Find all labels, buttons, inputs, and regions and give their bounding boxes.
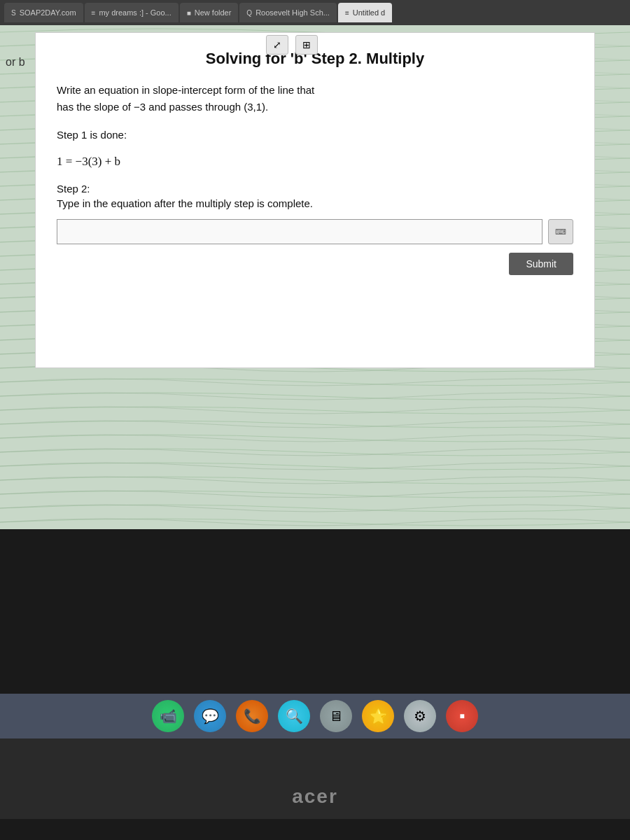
breadcrumb-partial: or b bbox=[0, 53, 31, 71]
tab-untitled[interactable]: ≡ Untitled d bbox=[338, 3, 392, 22]
step1-done-label: Step 1 is done: bbox=[57, 127, 573, 144]
tab-icon-soap: S bbox=[11, 9, 16, 17]
step2-section: Step 2: Type in the equation after the m… bbox=[57, 183, 573, 209]
taskbar: 📹 💬 📞 🔍 🖥 ⭐ ⚙ ■ bbox=[0, 694, 630, 738]
submit-button[interactable]: Submit bbox=[509, 253, 573, 275]
browser-tabs: S SOAP2DAY.com ≡ my dreams :] - Goo... ■… bbox=[0, 0, 630, 25]
taskbar-screen-icon[interactable]: 🖥 bbox=[320, 700, 352, 732]
tab-icon-dreams: ≡ bbox=[92, 9, 96, 17]
taskbar-video-icon[interactable]: 📹 bbox=[152, 700, 184, 732]
taskbar-phone-icon[interactable]: 📞 bbox=[236, 700, 268, 732]
grid-button[interactable]: ⊞ bbox=[295, 35, 318, 55]
expand-icon: ⤢ bbox=[273, 39, 281, 50]
taskbar-msg-icon[interactable]: 💬 bbox=[194, 700, 226, 732]
tab-dreams[interactable]: ≡ my dreams :] - Goo... bbox=[85, 3, 178, 22]
tab-icon-folder: ■ bbox=[187, 9, 191, 17]
acer-logo: acer bbox=[292, 785, 338, 808]
step2-label: Step 2: bbox=[57, 183, 573, 195]
expand-button[interactable]: ⤢ bbox=[266, 35, 288, 55]
taskbar-settings-icon[interactable]: ⚙ bbox=[404, 700, 436, 732]
answer-input[interactable] bbox=[57, 219, 542, 244]
tab-soap[interactable]: S SOAP2DAY.com bbox=[4, 3, 83, 22]
taskbar-star-icon[interactable]: ⭐ bbox=[362, 700, 394, 732]
tab-roosevelt[interactable]: Q Roosevelt High Sch... bbox=[239, 3, 337, 22]
answer-row: ⌨ bbox=[57, 219, 573, 244]
submit-row: Submit bbox=[57, 253, 573, 275]
keyboard-icon: ⌨ bbox=[555, 227, 566, 237]
laptop-base bbox=[0, 819, 630, 840]
taskbar-red-icon[interactable]: ■ bbox=[446, 700, 478, 732]
tab-icon-untitled: ≡ bbox=[345, 9, 349, 17]
step2-instruction: Type in the equation after the multiply … bbox=[57, 197, 573, 209]
taskbar-finder-icon[interactable]: 🔍 bbox=[278, 700, 310, 732]
content-panel: Solving for 'b' Step 2. Multiply Write a… bbox=[35, 32, 595, 368]
content-toolbar: ⤢ ⊞ bbox=[266, 35, 588, 55]
laptop-bezel: acer bbox=[0, 738, 630, 840]
keyboard-button[interactable]: ⌨ bbox=[548, 219, 573, 244]
tab-folder[interactable]: ■ New folder bbox=[180, 3, 239, 22]
grid-icon: ⊞ bbox=[302, 39, 311, 50]
problem-text: Write an equation in slope-intercept for… bbox=[57, 82, 573, 115]
tab-icon-roosevelt: Q bbox=[246, 9, 252, 17]
equation-display: 1 = −3(3) + b bbox=[57, 155, 573, 169]
browser-content: Solving for 'b' Step 2. Multiply Write a… bbox=[0, 25, 630, 529]
